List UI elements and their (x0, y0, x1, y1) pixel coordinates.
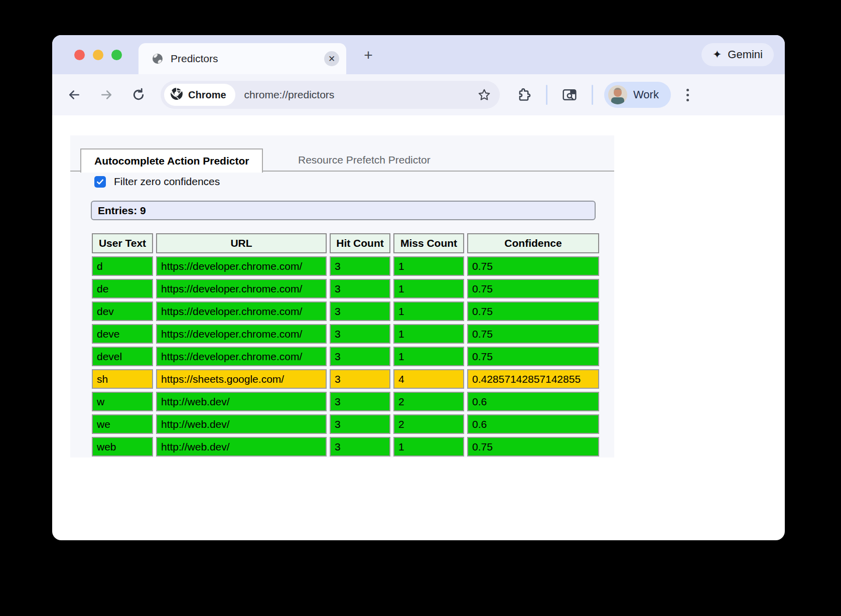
cell-hit-count: 3 (330, 324, 390, 344)
entries-count: Entries: 9 (91, 201, 596, 220)
cell-miss-count: 1 (393, 324, 464, 344)
gemini-spark-icon: ✦ (713, 48, 722, 61)
table-header-row: User TextURLHit CountMiss CountConfidenc… (92, 233, 599, 253)
cell-hit-count: 3 (330, 301, 390, 321)
cell-user-text: devel (92, 347, 153, 366)
cell-confidence: 0.6 (467, 392, 599, 411)
close-tab-icon[interactable]: ✕ (324, 51, 339, 66)
cell-hit-count: 3 (330, 256, 390, 276)
cell-hit-count: 3 (330, 437, 390, 456)
table-row: devehttps://developer.chrome.com/310.75 (92, 324, 599, 344)
cell-miss-count: 1 (393, 347, 464, 366)
cell-miss-count: 1 (393, 437, 464, 456)
profile-label: Work (633, 88, 659, 101)
bookmark-star-icon[interactable] (477, 87, 492, 102)
forward-icon[interactable] (95, 84, 117, 106)
browser-tab-predictors[interactable]: Predictors ✕ (138, 43, 346, 74)
table-row: devhttps://developer.chrome.com/310.75 (92, 301, 599, 321)
cell-confidence: 0.75 (467, 256, 599, 276)
cell-url: https://developer.chrome.com/ (156, 324, 327, 344)
cell-url: http://web.dev/ (156, 414, 327, 434)
new-tab-button[interactable]: + (359, 46, 377, 64)
filter-row: Filter zero confidences (94, 176, 220, 188)
cell-user-text: web (92, 437, 153, 456)
cell-url: https://developer.chrome.com/ (156, 347, 327, 366)
cell-confidence: 0.75 (467, 324, 599, 344)
filter-zero-confidences-label: Filter zero confidences (114, 176, 220, 188)
kebab-menu-icon[interactable] (678, 85, 698, 105)
cell-confidence: 0.75 (467, 279, 599, 298)
predictors-table: User TextURLHit CountMiss CountConfidenc… (89, 230, 602, 457)
table-row: whttp://web.dev/320.6 (92, 392, 599, 411)
chrome-chip-label: Chrome (188, 89, 226, 101)
cell-user-text: deve (92, 324, 153, 344)
cell-url: http://web.dev/ (156, 392, 327, 411)
cell-url: https://developer.chrome.com/ (156, 256, 327, 276)
cell-user-text: we (92, 414, 153, 434)
tab-title: Predictors (171, 53, 324, 65)
table-row: dehttps://developer.chrome.com/310.75 (92, 279, 599, 298)
cell-hit-count: 3 (330, 392, 390, 411)
cell-miss-count: 1 (393, 256, 464, 276)
cell-hit-count: 3 (330, 279, 390, 298)
url-text[interactable]: chrome://predictors (244, 89, 477, 101)
toolbar: Chrome chrome://predictors (52, 74, 785, 115)
cell-hit-count: 3 (330, 347, 390, 366)
globe-favicon-icon (152, 53, 164, 65)
column-header-hit-count: Hit Count (330, 233, 390, 253)
filter-zero-confidences-checkbox[interactable] (94, 176, 106, 188)
cell-miss-count: 4 (393, 369, 464, 389)
table-row: develhttps://developer.chrome.com/310.75 (92, 347, 599, 366)
browser-window: Predictors ✕ + ✦ Gemini (52, 35, 785, 540)
gemini-label: Gemini (728, 48, 763, 61)
cell-user-text: dev (92, 301, 153, 321)
gemini-button[interactable]: ✦ Gemini (702, 43, 774, 66)
cell-miss-count: 2 (393, 414, 464, 434)
table-row: wehttp://web.dev/320.6 (92, 414, 599, 434)
minimize-window-button[interactable] (93, 50, 103, 60)
cell-url: https://sheets.google.com/ (156, 369, 327, 389)
predictors-page: Autocomplete Action Predictor Resource P… (70, 135, 614, 457)
cell-miss-count: 1 (393, 279, 464, 298)
cell-user-text: de (92, 279, 153, 298)
column-header-miss-count: Miss Count (393, 233, 464, 253)
cell-hit-count: 3 (330, 414, 390, 434)
address-bar[interactable]: Chrome chrome://predictors (161, 81, 500, 109)
table-row: shhttps://sheets.google.com/340.42857142… (92, 369, 599, 389)
cell-url: http://web.dev/ (156, 437, 327, 456)
side-panel-search-icon[interactable] (558, 84, 581, 106)
table-row: webhttp://web.dev/310.75 (92, 437, 599, 456)
reload-icon[interactable] (127, 84, 150, 106)
toolbar-divider (546, 85, 547, 105)
tab-autocomplete-action-predictor[interactable]: Autocomplete Action Predictor (80, 148, 263, 173)
back-icon[interactable] (63, 84, 85, 106)
column-header-confidence: Confidence (467, 233, 599, 253)
cell-confidence: 0.75 (467, 347, 599, 366)
screenshot-stage: Predictors ✕ + ✦ Gemini (0, 0, 841, 616)
cell-url: https://developer.chrome.com/ (156, 279, 327, 298)
table-row: dhttps://developer.chrome.com/310.75 (92, 256, 599, 276)
close-window-button[interactable] (74, 50, 85, 60)
tab-resource-prefetch-predictor[interactable]: Resource Prefetch Predictor (285, 148, 444, 172)
column-header-user-text: User Text (92, 233, 153, 253)
toolbar-divider (592, 85, 593, 105)
column-header-url: URL (156, 233, 327, 253)
cell-user-text: w (92, 392, 153, 411)
cell-user-text: d (92, 256, 153, 276)
fullscreen-window-button[interactable] (111, 50, 122, 60)
cell-url: https://developer.chrome.com/ (156, 301, 327, 321)
cell-miss-count: 2 (393, 392, 464, 411)
cell-confidence: 0.75 (467, 437, 599, 456)
traffic-lights (74, 50, 122, 60)
profile-button[interactable]: Work (604, 82, 671, 108)
extensions-puzzle-icon[interactable] (513, 84, 535, 106)
cell-confidence: 0.6 (467, 414, 599, 434)
cell-hit-count: 3 (330, 369, 390, 389)
cell-user-text: sh (92, 369, 153, 389)
chrome-logo-icon (170, 87, 183, 102)
cell-miss-count: 1 (393, 301, 464, 321)
avatar (608, 85, 627, 104)
chrome-chip[interactable]: Chrome (164, 84, 235, 106)
cell-confidence: 0.75 (467, 301, 599, 321)
cell-confidence: 0.42857142857142855 (467, 369, 599, 389)
